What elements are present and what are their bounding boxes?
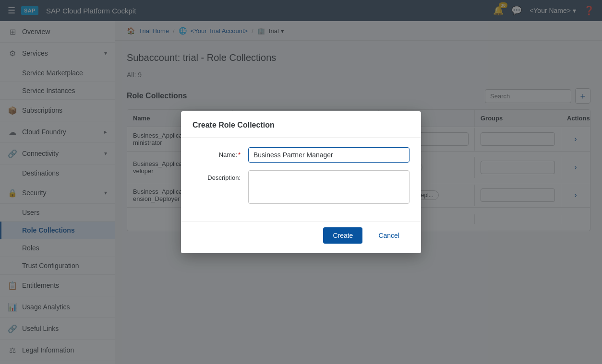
create-role-collection-modal: Create Role Collection Name:* Descriptio…: [181, 111, 421, 253]
modal-name-label: Name:*: [193, 147, 241, 158]
modal-body: Name:* Description:: [181, 138, 421, 221]
modal-description-field: Description:: [193, 170, 409, 204]
create-button[interactable]: Create: [323, 227, 362, 244]
modal-name-input[interactable]: [248, 147, 409, 163]
required-star: *: [238, 151, 241, 158]
modal-title: Create Role Collection: [181, 111, 421, 138]
modal-footer: Create Cancel: [181, 221, 421, 253]
modal-overlay: Create Role Collection Name:* Descriptio…: [0, 0, 602, 364]
modal-name-field: Name:*: [193, 147, 409, 163]
cancel-button[interactable]: Cancel: [368, 227, 409, 244]
modal-description-label: Description:: [193, 170, 241, 181]
modal-description-input[interactable]: [248, 170, 409, 204]
